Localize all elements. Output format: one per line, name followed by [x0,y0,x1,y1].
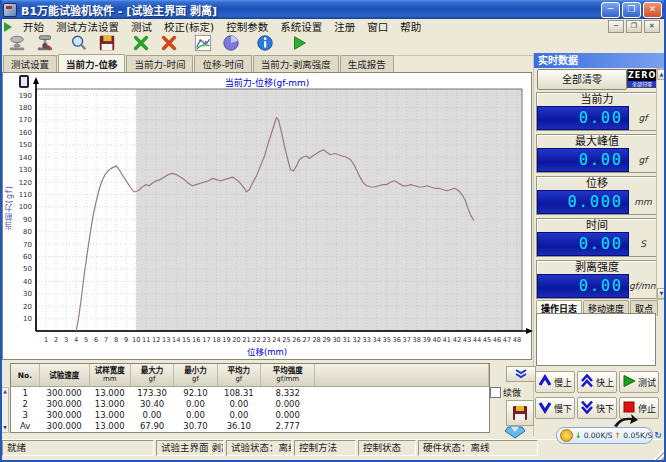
tool-pie-button[interactable] [217,34,245,56]
notebook-icon[interactable] [19,75,29,88]
realtime-scrollbar[interactable]: ▲ ▼ [656,68,665,300]
svg-text:160: 160 [19,129,32,137]
zero-all-button[interactable]: 全部清零 [537,69,627,90]
table-scroll-down-icon[interactable]: ▼ [2,424,8,432]
menu-item[interactable]: 系统设置 [274,21,328,33]
scroll-down-arrow-icon[interactable]: ▼ [657,288,666,299]
minimize-button[interactable]: ─ [601,2,620,18]
svg-text:28: 28 [312,336,320,344]
tab-6[interactable]: 生成报告 [340,55,394,72]
table-header-unit: gf [218,375,260,383]
table-scrollbar[interactable]: ▲ ▼ [1,387,9,433]
chart-tab-bar: 测试设置当前力-位移当前力-时间位移-时间当前力-剥离强度生成报告 [0,56,533,72]
table-cell: 0.00 [174,409,217,420]
restore-button[interactable]: ❐ [622,2,641,18]
svg-text:30: 30 [23,290,32,298]
close-button[interactable]: ✕ [643,2,662,18]
menu-item[interactable]: 测试方法设置 [50,21,125,33]
table-row[interactable]: 3300.00013.0000.000.000.000.000 [11,409,489,420]
table-cell: 0.000 [261,409,315,420]
tab-5[interactable]: 当前力-剥离强度 [253,55,339,72]
svg-text:26: 26 [292,336,300,344]
svg-text:39: 39 [423,336,431,344]
table-cell: 300.000 [39,409,89,420]
table-cell: 0.00 [217,398,260,409]
status-cell-3: 试验状态：离线 [226,440,292,456]
menu-item[interactable]: 测试 [125,21,158,33]
jog-button-快下[interactable]: 快下 [577,397,617,419]
table-row[interactable]: 2300.00013.00030.400.000.000.000 [11,398,489,409]
chart-panel: 1234567891011121314151617181920212223242… [2,72,532,360]
chevron-up-icon [538,373,552,392]
svg-text:22: 22 [252,336,260,344]
jog-button-label: 快上 [596,376,614,389]
tab-1[interactable]: 测试设置 [3,55,57,72]
refresh-icon[interactable]: ↻ [654,430,662,441]
operation-log-listbox[interactable] [536,313,656,366]
menu-item[interactable]: 帮助 [394,21,427,33]
table-cell: 3 [11,409,39,420]
save-results-button[interactable] [506,400,534,426]
tool-green-x-button[interactable] [127,34,155,56]
svg-text:29: 29 [322,336,330,344]
scroll-up-arrow-icon[interactable]: ▲ [657,69,666,80]
field-label: 位移 [537,177,657,190]
jog-button-label: 停止 [638,402,656,415]
child-restore-button[interactable]: ❐ [626,20,642,33]
tool-curve-button[interactable] [189,34,217,56]
table-cell-filler [315,420,489,431]
child-minimize-button[interactable]: ─ [608,20,624,33]
jog-button-慢下[interactable]: 慢下 [535,397,575,419]
tool-machine-button[interactable] [3,34,31,56]
svg-text:23: 23 [262,336,270,344]
svg-text:120: 120 [19,179,32,187]
jog-button-测试[interactable]: 测试 [619,371,659,393]
zero-button-subtext: 全部归零 [628,81,656,87]
continue-checkbox[interactable] [490,387,501,398]
menu-item[interactable]: 注册 [328,21,361,33]
field-label: 最大峰值 [537,135,657,148]
svg-text:15: 15 [182,336,190,344]
tool-run-button[interactable] [285,34,313,56]
tool-machine-alert-button[interactable] [31,34,59,56]
svg-text:40: 40 [23,278,32,286]
network-speed-widget[interactable]: ↓ 0.00K/S ↑ 0.05K/S ↻ [556,427,653,444]
zero-button[interactable]: ZERO 全部归零 [627,69,657,88]
svg-text:20: 20 [23,303,32,311]
jog-button-快上[interactable]: 快上 [577,371,617,393]
svg-text:130: 130 [19,166,32,174]
table-scroll-up-icon[interactable]: ▲ [2,388,8,396]
menu-item[interactable]: 校正(标定) [158,21,220,33]
status-cell-4: 控制方法 [294,440,356,456]
field-unit: S [629,232,657,256]
table-cell: 30.70 [174,420,217,431]
tool-info-button[interactable] [251,34,279,56]
child-close-button[interactable]: ✕ [644,20,660,33]
menu-item[interactable]: 窗口 [361,21,394,33]
table-row[interactable]: 1300.00013.000173.3092.10108.318.332 [11,387,489,399]
field-value-display: 0.00 [537,148,629,172]
chevron-down-icon [538,399,552,418]
tab-3[interactable]: 当前力-时间 [126,55,193,72]
tab-4[interactable]: 位移-时间 [194,55,251,72]
menu-item[interactable]: 控制参数 [220,21,274,33]
table-row[interactable]: Av300.00013.00067.9030.7036.102.777 [11,420,489,431]
field-unit: gf [629,106,657,130]
svg-text:90: 90 [23,216,32,224]
svg-text:32: 32 [353,336,361,344]
jog-button-慢上[interactable]: 慢上 [535,371,575,393]
tool-red-x-button[interactable] [155,34,183,56]
svg-text:150: 150 [19,141,32,149]
tool-save-button[interactable] [93,34,121,56]
svg-text:1: 1 [44,336,48,344]
menu-item[interactable]: 开始 [17,21,50,33]
table-header-unit: gf [174,375,216,383]
svg-text:14: 14 [172,336,180,344]
collapse-table-button[interactable] [506,366,536,382]
tool-zoom-button[interactable] [65,34,93,56]
tab-2[interactable]: 当前力-位移 [58,54,125,72]
export-button[interactable] [500,424,530,439]
svg-text:50: 50 [23,265,32,273]
table-header: No. [11,364,39,387]
curve-icon [194,34,212,56]
